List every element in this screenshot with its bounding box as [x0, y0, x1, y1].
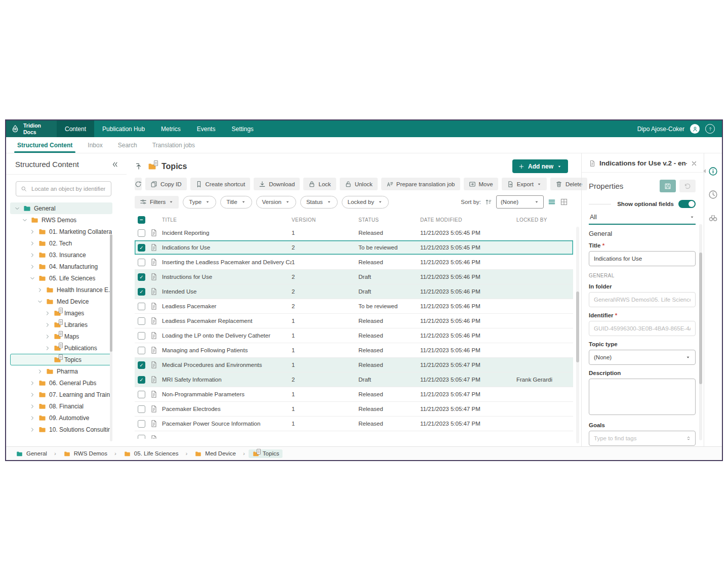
search-input[interactable]: [30, 185, 106, 192]
brand-logo[interactable]: Tridion Docs: [6, 120, 57, 137]
row-checkbox[interactable]: [138, 317, 145, 325]
nav-tab-events[interactable]: Events: [189, 120, 224, 137]
row-checkbox[interactable]: [138, 347, 145, 354]
binoculars-icon[interactable]: [708, 212, 719, 223]
filter-version-pill[interactable]: Version: [256, 196, 296, 209]
filter-title-pill[interactable]: Title: [220, 196, 252, 209]
row-checkbox[interactable]: [138, 259, 145, 266]
chevron-icon[interactable]: [36, 299, 43, 304]
close-icon[interactable]: [691, 160, 698, 167]
table-row-pacemaker-power-source-information[interactable]: Pacemaker Power Source Information 1 Rel…: [135, 417, 573, 431]
field-filter-select[interactable]: All: [589, 211, 696, 225]
tree-item-general[interactable]: General: [10, 202, 112, 214]
tree-item-rws-demos[interactable]: RWS Demos: [10, 214, 112, 226]
info-icon[interactable]: [708, 165, 719, 177]
chevron-icon[interactable]: [36, 369, 43, 374]
tree-item-health-insurance-e[interactable]: Health Insurance E...: [10, 284, 112, 296]
row-checkbox[interactable]: [138, 332, 145, 340]
row-checkbox[interactable]: [138, 303, 145, 310]
add-new-button[interactable]: Add new: [512, 159, 568, 173]
avatar[interactable]: [690, 124, 700, 134]
chevron-icon[interactable]: [29, 253, 35, 258]
chevron-icon[interactable]: [44, 346, 51, 351]
description-field[interactable]: [589, 379, 696, 415]
row-checkbox[interactable]: [138, 361, 145, 369]
table-row-loading-the-lp-onto-the-delivery-catheter[interactable]: Loading the LP onto the Delivery Cathete…: [135, 328, 573, 343]
tree-item-06-general-pubs[interactable]: 06. General Pubs: [10, 377, 112, 389]
chevron-icon[interactable]: [44, 311, 51, 316]
tree-item-pharma[interactable]: Pharma: [10, 365, 112, 377]
row-checkbox[interactable]: [138, 273, 145, 281]
table-row-medical-procedures-and-environments[interactable]: Medical Procedures and Environments 1 Re…: [135, 358, 573, 372]
goals-field[interactable]: [589, 431, 696, 446]
copy-id-button[interactable]: Copy ID: [145, 178, 187, 190]
row-checkbox[interactable]: [138, 229, 145, 237]
tree-item-08-financial[interactable]: 08. Financial: [10, 400, 112, 412]
table-row-non-programmable-parameters[interactable]: Non-Programmable Parameters 1 Released 1…: [135, 387, 573, 402]
table-row-inserting-the-leadless-pacemaker-and-delivery-catheter[interactable]: Inserting the Leadless Pacemaker and Del…: [135, 255, 573, 270]
tree-item-02-tech[interactable]: 02. Tech: [10, 237, 112, 249]
tree-item-01-marketing-collateral[interactable]: 01. Marketing Collateral: [10, 226, 112, 237]
download-button[interactable]: Download: [254, 178, 300, 190]
row-checkbox[interactable]: [138, 420, 145, 428]
tree-item-med-device[interactable]: Med Device: [10, 296, 112, 307]
tree-item-publications[interactable]: Publications: [10, 342, 112, 354]
filter-status-pill[interactable]: Status: [300, 196, 338, 209]
table-row-managing-and-following-patients[interactable]: Managing and Following Patients 1 Releas…: [135, 343, 573, 358]
tree-item-10-solutions-consulting[interactable]: 10. Solutions Consulting: [10, 424, 112, 435]
chevron-icon[interactable]: [44, 322, 51, 327]
sort-direction-icon[interactable]: [485, 198, 492, 205]
export-button[interactable]: Export: [502, 178, 547, 190]
topic-type-select[interactable]: (None): [589, 350, 696, 365]
chevron-icon[interactable]: [29, 416, 35, 421]
move-button[interactable]: Move: [464, 178, 498, 190]
table-row-leadless-pacemaker-replacement[interactable]: Leadless Pacemaker Replacement 1 Release…: [135, 314, 573, 328]
filters-button[interactable]: Filters: [135, 196, 179, 209]
column-status[interactable]: STATUS: [358, 217, 420, 223]
table-row-intended-use[interactable]: Intended Use 2 Draft 11/21/2023 5:05:46 …: [135, 284, 573, 299]
chevron-icon[interactable]: [29, 404, 35, 409]
chevron-icon[interactable]: [29, 427, 35, 432]
refresh-button[interactable]: [135, 178, 142, 190]
sidebar-scrollbar[interactable]: [110, 234, 112, 441]
tree-item-03-insurance[interactable]: 03. Insurance: [10, 249, 112, 261]
table-row-instructions-for-use[interactable]: Instructions for Use 2 Draft 11/21/2023 …: [135, 270, 573, 284]
history-icon[interactable]: [708, 189, 719, 200]
row-checkbox[interactable]: [138, 376, 145, 384]
prepare-translation-job-button[interactable]: Prepare translation job: [381, 178, 460, 190]
breadcrumb-rws-demos[interactable]: RWS Demos: [60, 449, 111, 458]
identifier-search[interactable]: [16, 181, 111, 196]
tree-item-libraries[interactable]: Libraries: [10, 319, 112, 330]
go-up-icon[interactable]: [135, 162, 143, 171]
row-checkbox[interactable]: [138, 391, 145, 398]
chevron-icon[interactable]: [36, 287, 43, 293]
panel-scrollbar[interactable]: [699, 224, 702, 440]
chevron-icon[interactable]: [29, 381, 35, 386]
row-checkbox[interactable]: [138, 244, 145, 252]
column-version[interactable]: VERSION: [292, 217, 358, 223]
nav-tab-publication-hub[interactable]: Publication Hub: [94, 120, 153, 137]
filter-type-pill[interactable]: Type: [183, 196, 216, 209]
breadcrumb-topics[interactable]: Topics: [249, 449, 283, 458]
table-row-incident-reporting[interactable]: Incident Reporting 1 Released 11/21/2023…: [135, 226, 573, 240]
chevron-icon[interactable]: [29, 229, 35, 234]
lock-button[interactable]: Lock: [303, 178, 336, 190]
title-field[interactable]: [589, 251, 696, 266]
chevron-icon[interactable]: [29, 276, 35, 281]
tree-item-07-learning-and-train[interactable]: 07. Learning and Train...: [10, 389, 112, 400]
tree-item-04-manufacturing[interactable]: 04. Manufacturing: [10, 261, 112, 272]
collapse-sidebar-icon[interactable]: [111, 161, 118, 168]
nav-tab-content[interactable]: Content: [57, 120, 94, 137]
tree-item-topics[interactable]: Topics: [10, 354, 112, 365]
filter-locked-by-pill[interactable]: Locked by: [342, 196, 389, 209]
select-all-checkbox[interactable]: [138, 216, 145, 224]
column-date-modified[interactable]: DATE MODIFIED: [420, 217, 516, 223]
table-row-indications-for-use[interactable]: Indications for Use 2 To be reviewed 11/…: [135, 240, 573, 255]
nav-tab-settings[interactable]: Settings: [223, 120, 261, 137]
save-button[interactable]: [660, 180, 676, 192]
create-shortcut-button[interactable]: Create shortcut: [190, 178, 251, 190]
chevron-icon[interactable]: [21, 218, 28, 223]
table-row-leadless-pacemaker[interactable]: Leadless Pacemaker 2 To be reviewed 11/2…: [135, 299, 573, 314]
tree-item-images[interactable]: Images: [10, 307, 112, 319]
table-row-mri-safety-information[interactable]: MRI Safety Information 2 Draft 11/21/202…: [135, 372, 573, 387]
